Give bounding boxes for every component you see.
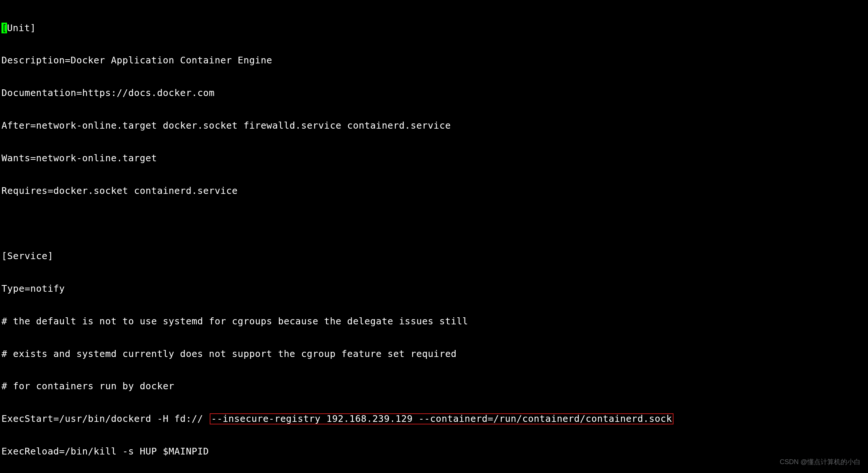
execstart-prefix: ExecStart=/usr/bin/dockerd -H fd://: [1, 413, 209, 424]
line-comment-cgroup2: # exists and systemd currently does not …: [1, 348, 867, 359]
watermark-text: CSDN @懂点计算机的小白: [780, 457, 861, 466]
line-documentation: Documentation=https://docs.docker.com: [1, 87, 867, 98]
terminal-editor[interactable]: [Unit] Description=Docker Application Co…: [0, 0, 868, 473]
line-description: Description=Docker Application Container…: [1, 55, 867, 66]
cursor: [: [1, 23, 7, 33]
line-wants: Wants=network-online.target: [1, 153, 867, 163]
line-after: After=network-online.target docker.socke…: [1, 120, 867, 131]
line-execreload: ExecReload=/bin/kill -s HUP $MAINPID: [1, 446, 867, 457]
unit-header-text: Unit]: [7, 23, 36, 33]
line-comment-cgroup1: # the default is not to use systemd for …: [1, 316, 867, 327]
line-requires: Requires=docker.socket containerd.servic…: [1, 185, 867, 196]
blank-line: [1, 218, 867, 229]
line-comment-cgroup3: # for containers run by docker: [1, 381, 867, 391]
line-execstart: ExecStart=/usr/bin/dockerd -H fd:// --in…: [1, 413, 867, 424]
line-service-header: [Service]: [1, 251, 867, 261]
line-type: Type=notify: [1, 283, 867, 294]
execstart-highlight-box: --insecure-registry 192.168.239.129 --co…: [210, 413, 674, 424]
line-unit-header: [Unit]: [1, 23, 867, 33]
